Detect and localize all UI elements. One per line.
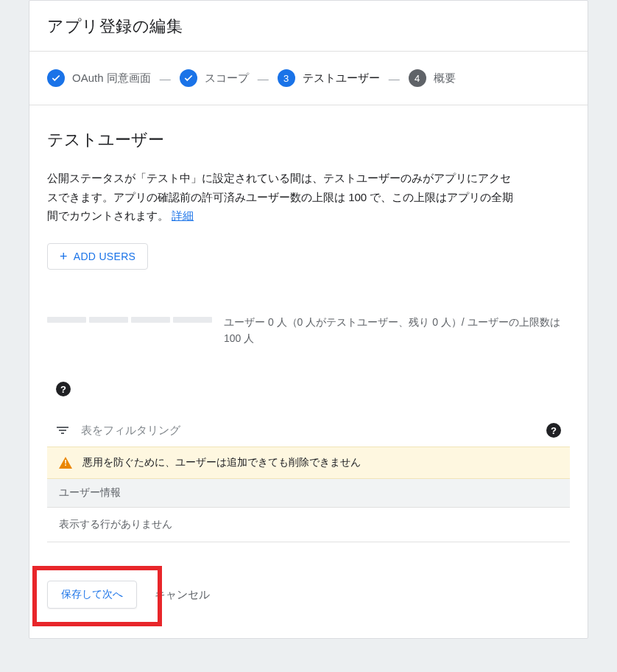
help-icon[interactable]: ? [546, 423, 561, 438]
quota-segment [89, 317, 128, 323]
step-label: OAuth 同意画面 [72, 71, 151, 85]
actions-row: 保存して次へ キャンセル [29, 560, 588, 638]
step-number-icon: 3 [278, 69, 295, 87]
step-separator: — [256, 72, 270, 85]
quota-segment [173, 317, 212, 323]
help-icon[interactable]: ? [56, 382, 71, 396]
step-label: テストユーザー [303, 71, 380, 85]
step-test-users[interactable]: 3 テストユーザー [278, 69, 380, 87]
step-oauth-consent[interactable]: OAuth 同意画面 [47, 69, 151, 87]
add-users-button[interactable]: + ADD USERS [47, 243, 148, 270]
step-summary[interactable]: 4 概要 [409, 69, 456, 87]
filter-row: 表をフィルタリング ? [47, 414, 570, 447]
warning-banner: 悪用を防ぐために、ユーザーは追加できても削除できません [47, 447, 570, 479]
quota-row: ユーザー 0 人（0 人がテストユーザー、残り 0 人）/ ユーザーの上限数は … [47, 314, 570, 347]
step-number-icon: 4 [409, 69, 426, 87]
desc-text: 公開ステータスが「テスト中」に設定されている間は、テストユーザーのみがアプリにア… [47, 172, 513, 222]
filter-icon[interactable] [56, 427, 69, 434]
cancel-button[interactable]: キャンセル [155, 588, 210, 602]
quota-segment [131, 317, 170, 323]
content-section: テストユーザー 公開ステータスが「テスト中」に設定されている間は、テストユーザー… [29, 105, 588, 560]
step-separator: — [158, 72, 172, 85]
save-and-continue-button[interactable]: 保存して次へ [47, 581, 137, 609]
section-title: テストユーザー [47, 129, 570, 151]
stepper: OAuth 同意画面 — スコープ — 3 テストユーザー — 4 概要 [29, 52, 588, 105]
quota-text: ユーザー 0 人（0 人がテストユーザー、残り 0 人）/ ユーザーの上限数は … [224, 314, 570, 347]
learn-more-link[interactable]: 詳細 [172, 209, 194, 222]
step-scopes[interactable]: スコープ [180, 69, 249, 87]
step-separator: — [387, 72, 401, 85]
quota-bar [47, 314, 212, 323]
check-icon [47, 69, 65, 87]
table-empty-row: 表示する行がありません [47, 508, 570, 542]
check-icon [180, 69, 197, 87]
quota-segment [47, 317, 86, 323]
plus-icon: + [60, 250, 68, 263]
section-description: 公開ステータスが「テスト中」に設定されている間は、テストユーザーのみがアプリにア… [47, 169, 518, 225]
card-header: アプリ登録の編集 [29, 1, 588, 52]
app-registration-card: アプリ登録の編集 OAuth 同意画面 — スコープ — 3 テストユーザー —… [29, 0, 588, 639]
page-title: アプリ登録の編集 [47, 15, 570, 38]
filter-input[interactable]: 表をフィルタリング [81, 424, 535, 438]
table-header: ユーザー情報 [47, 479, 570, 508]
warning-text: 悪用を防ぐために、ユーザーは追加できても削除できません [82, 456, 361, 469]
warning-icon [59, 457, 72, 469]
step-label: 概要 [434, 71, 456, 85]
step-label: スコープ [205, 71, 249, 85]
help-row: ? [47, 382, 570, 396]
add-users-label: ADD USERS [74, 251, 135, 262]
